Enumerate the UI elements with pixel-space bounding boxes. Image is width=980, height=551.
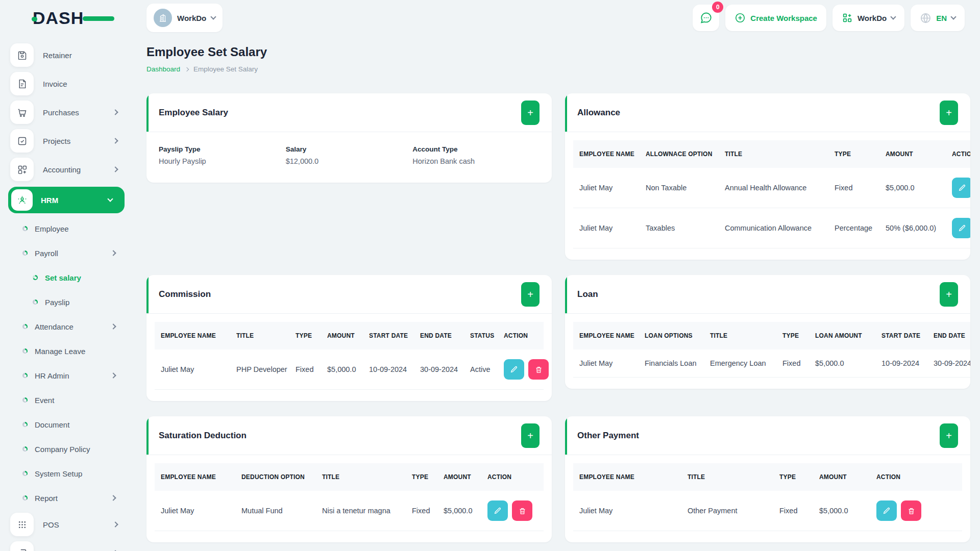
chevron-right-icon (110, 372, 116, 378)
edit-button[interactable] (952, 218, 970, 238)
workspace-switcher-dropdown[interactable]: WorkDo (832, 5, 904, 31)
hrm-icon (11, 189, 33, 211)
sidebar-item-crm[interactable]: CRM (0, 539, 133, 551)
bullet-icon (33, 275, 38, 280)
pencil-icon (958, 224, 966, 232)
table-cell: Non Taxable (640, 168, 719, 208)
create-workspace-button[interactable]: Create Workspace (725, 5, 826, 31)
bullet-icon (22, 495, 28, 500)
card-title: Other Payment (577, 431, 639, 441)
edit-button[interactable] (876, 500, 897, 521)
table-cell: Juliet May (155, 349, 230, 390)
bullet-icon (22, 251, 28, 256)
messages-button[interactable]: 0 (693, 5, 719, 31)
edit-button[interactable] (487, 500, 508, 521)
loan-table: Employee NameLoan OptionsTitleTypeLoan A… (573, 322, 970, 378)
table-cell: $5,000.0 (813, 491, 870, 531)
globe-icon (920, 12, 932, 24)
allowance-table: Employee NameAllownace OptionTitleTypeAm… (573, 140, 970, 248)
table-cell: Active (464, 349, 498, 390)
saturation-deduction-table: Employee NameDeduction OptionTitleTypeAm… (155, 463, 544, 531)
add-allowance-button[interactable]: + (940, 101, 958, 125)
card-title: Saturation Deduction (159, 431, 247, 441)
building-icon (158, 13, 167, 22)
column-header: Title (719, 140, 828, 168)
sidebar-item-retainer[interactable]: Retainer (0, 41, 133, 69)
cart-icon (10, 101, 34, 124)
column-header: Employee Name (155, 463, 235, 491)
sidebar-item-accounting[interactable]: Accounting (0, 155, 133, 184)
chevron-down-icon (950, 14, 956, 19)
breadcrumb: Dashboard Employee Set Salary (146, 65, 970, 73)
sidebar-item-system-setup[interactable]: System Setup (0, 461, 133, 486)
field-label: Salary (286, 145, 413, 153)
plus-circle-icon (734, 12, 746, 23)
column-header: Amount (813, 463, 870, 491)
card-title: Loan (577, 289, 598, 299)
add-commission-button[interactable]: + (521, 282, 540, 307)
invoice-icon (10, 72, 34, 95)
accounting-icon (10, 158, 34, 181)
sidebar-item-attendance[interactable]: Attendance (0, 314, 133, 339)
sidebar-item-set-salary[interactable]: Set salary (0, 265, 133, 290)
main-content: Employee Set Salary Dashboard Employee S… (146, 38, 970, 551)
sidebar-item-invoice[interactable]: Invoice (0, 69, 133, 98)
table-cell: $5,000.0 (437, 491, 481, 531)
table-cell: 50% ($6,000.0) (879, 208, 946, 248)
edit-button[interactable] (952, 178, 970, 198)
chevron-right-icon (185, 67, 189, 71)
sidebar-item-purchases[interactable]: Purchases (0, 98, 133, 127)
chevron-down-icon (107, 196, 113, 202)
sidebar-item-manage-leave[interactable]: Manage Leave (0, 339, 133, 363)
add-other-payment-button[interactable]: + (940, 423, 958, 448)
sidebar: Retainer Invoice Purchases Projects (0, 38, 133, 551)
employee-salary-card: Employee Salary + Payslip Type Hourly Pa… (146, 93, 552, 183)
column-header: Loan Amount (809, 322, 875, 349)
delete-button[interactable] (528, 359, 549, 380)
sidebar-item-hr-admin[interactable]: HR Admin (0, 363, 133, 388)
sidebar-item-document[interactable]: Document (0, 412, 133, 437)
add-saturation-deduction-button[interactable]: + (521, 423, 540, 448)
add-loan-button[interactable]: + (940, 282, 958, 307)
sidebar-item-payslip[interactable]: Payslip (0, 290, 133, 314)
add-employee-salary-button[interactable]: + (521, 101, 540, 125)
sidebar-item-employee[interactable]: Employee (0, 216, 133, 241)
breadcrumb-dashboard-link[interactable]: Dashboard (146, 65, 180, 73)
column-header: Title (704, 322, 776, 349)
table-cell: Taxables (640, 208, 719, 248)
table-row: Juliet MayOther PaymentFixed$5,000.0 (573, 491, 962, 531)
table-cell: 30-09-2024 (414, 349, 464, 390)
chat-icon (699, 11, 713, 24)
sidebar-item-report[interactable]: Report (0, 486, 133, 510)
row-actions (870, 491, 962, 531)
employee-salary-fields: Payslip Type Hourly Payslip Salary $12,0… (146, 132, 552, 183)
column-header: Employee Name (573, 140, 640, 168)
sidebar-item-projects[interactable]: Projects (0, 127, 133, 155)
language-dropdown[interactable]: EN (911, 5, 965, 31)
chevron-down-icon (211, 14, 216, 19)
chevron-right-icon (112, 166, 118, 172)
chevron-right-icon (112, 521, 118, 527)
table-cell: Mutual Fund (235, 491, 316, 531)
column-header: Allownace Option (640, 140, 719, 168)
sidebar-item-hrm[interactable]: HRM (8, 187, 125, 213)
table-cell: $5,000.0 (879, 168, 946, 208)
column-header: Type (773, 463, 813, 491)
edit-button[interactable] (504, 359, 524, 380)
delete-button[interactable] (901, 500, 921, 521)
delete-button[interactable] (512, 500, 532, 521)
other-payment-table: Employee NameTitleTypeAmountActionJuliet… (573, 463, 962, 531)
table-cell: Fixed (406, 491, 437, 531)
column-header: Title (681, 463, 773, 491)
sidebar-item-payroll[interactable]: Payroll (0, 241, 133, 265)
sidebar-item-company-policy[interactable]: Company Policy (0, 437, 133, 461)
sidebar-item-event[interactable]: Event (0, 388, 133, 412)
bullet-icon (22, 422, 28, 427)
column-header: Type (828, 140, 879, 168)
trash-icon (908, 507, 915, 515)
bullet-icon (22, 348, 28, 354)
workspace-chip[interactable]: WorkDo (146, 4, 223, 32)
dash-logo: DASH (33, 7, 99, 29)
sidebar-item-pos[interactable]: POS (0, 510, 133, 539)
column-header: Deduction Option (235, 463, 316, 491)
